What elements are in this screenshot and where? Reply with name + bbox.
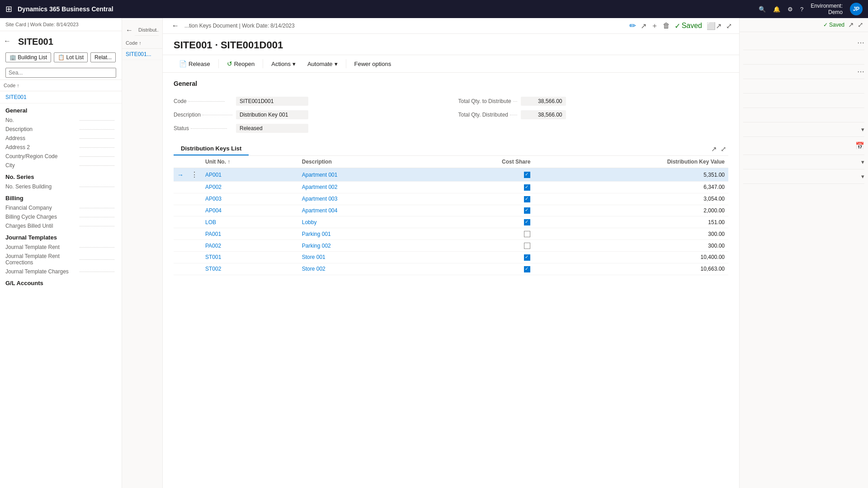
description-label: Description [174,112,201,118]
row-description[interactable]: Apartment 002 [298,182,427,193]
left-panel-list-item[interactable]: SITE001 [0,91,122,103]
lot-list-button[interactable]: 📋 Lot List [54,52,88,62]
row-unit-no[interactable]: AP004 [202,205,298,216]
cost-share-checkbox[interactable] [524,243,530,249]
status-value[interactable]: Released [236,124,308,133]
row-cost-share[interactable] [427,168,534,182]
row-context-menu[interactable] [187,263,202,275]
actions-button[interactable]: Actions ▾ [266,58,301,70]
reopen-button[interactable]: ↺ Reopen [222,58,260,70]
notification-icon[interactable]: 🔔 [773,6,780,13]
mid-list-item[interactable]: SITE001... [122,49,162,60]
right-open-external-icon[interactable]: ↗ [848,21,854,29]
open-external-icon[interactable]: ⬜↗ [707,22,722,30]
right-chevron-down-icon-2[interactable]: ▾ [861,159,864,165]
add-icon[interactable]: ＋ [651,21,658,31]
row-description[interactable]: Store 001 [298,251,427,263]
app-grid-icon[interactable]: ⊞ [5,4,12,14]
row-menu-icon[interactable]: ⋮ [191,171,198,178]
total-qty-distributed-value[interactable]: 38,566.00 [521,110,566,119]
delete-icon[interactable]: 🗑 [663,22,670,30]
cost-share-checkbox[interactable] [524,184,530,191]
list-expand-icon[interactable]: ⤢ [721,145,726,153]
action-separator-2 [263,59,263,68]
row-description[interactable]: Lobby [298,216,427,228]
cost-share-checkbox[interactable] [524,172,530,178]
user-avatar[interactable]: JP [850,3,863,15]
description-value[interactable]: Distribution Key 001 [236,110,308,119]
row-unit-no[interactable]: AP002 [202,182,298,193]
right-row-dots-3[interactable]: ⋯ [857,67,864,76]
row-cost-share[interactable] [427,228,534,240]
row-cost-share[interactable] [427,182,534,193]
cost-share-checkbox[interactable] [524,207,530,214]
row-cost-share[interactable] [427,263,534,275]
search-icon[interactable]: 🔍 [759,6,766,13]
right-expand-icon[interactable]: ⤢ [858,21,863,29]
mid-back-icon[interactable]: ← [126,26,133,34]
table-row: ST002Store 00210,663.00 [174,263,728,275]
right-calendar-icon[interactable]: 📅 [855,141,864,150]
left-panel-back-icon[interactable]: ← [4,37,11,45]
row-description[interactable]: Parking 002 [298,240,427,252]
row-context-menu[interactable] [187,216,202,228]
row-description[interactable]: Parking 001 [298,228,427,240]
row-unit-no[interactable]: LOB [202,216,298,228]
row-unit-no[interactable]: AP001 [202,168,298,182]
cost-share-checkbox[interactable] [524,254,530,261]
row-context-menu[interactable] [187,205,202,216]
right-empty-row-1: ⋯ [743,36,864,50]
total-qty-distribute-value[interactable]: 38,566.00 [521,97,566,106]
th-cost-share: Cost Share [427,156,534,168]
row-unit-no[interactable]: AP003 [202,193,298,205]
row-unit-no[interactable]: ST002 [202,263,298,275]
release-button[interactable]: 📄 Release [174,58,216,70]
related-button[interactable]: Relat... [90,52,116,62]
right-empty-row-4 [743,79,864,94]
row-cost-share[interactable] [427,251,534,263]
row-context-menu[interactable] [187,193,202,205]
row-cost-share[interactable] [427,240,534,252]
row-unit-no[interactable]: PA001 [202,228,298,240]
share-icon[interactable]: ↗ [641,22,646,30]
doc-back-icon[interactable]: ← [170,21,181,31]
distribution-keys-list-tab[interactable]: Distribution Keys List [174,142,249,155]
row-cost-share[interactable] [427,193,534,205]
row-description[interactable]: Apartment 003 [298,193,427,205]
expand-icon[interactable]: ⤢ [726,22,732,30]
left-field-description: Description [0,125,122,134]
right-row-dots-1[interactable]: ⋯ [857,38,864,47]
row-unit-no[interactable]: PA002 [202,240,298,252]
help-icon[interactable]: ? [800,6,803,13]
settings-icon[interactable]: ⚙ [788,6,793,13]
cost-share-checkbox[interactable] [524,196,530,202]
right-chevron-down-icon-3[interactable]: ▾ [861,173,864,180]
row-description[interactable]: Apartment 001 [298,168,427,182]
cost-share-checkbox[interactable] [524,219,530,225]
fewer-options-button[interactable]: Fewer options [349,58,397,70]
row-context-menu[interactable]: ⋮ [187,168,202,182]
code-value[interactable]: SITE001D001 [236,97,308,106]
list-open-external-icon[interactable]: ↗ [711,145,717,153]
building-list-button[interactable]: 🏢 Building List [5,52,51,62]
left-field-financial-company: Financial Company [0,203,122,212]
row-unit-no[interactable]: ST001 [202,251,298,263]
row-description[interactable]: Store 002 [298,263,427,275]
row-context-menu[interactable] [187,240,202,252]
row-cost-share[interactable] [427,205,534,216]
action-separator-3 [346,59,346,68]
edit-icon[interactable]: ✏ [629,21,636,31]
left-search-input[interactable] [5,68,116,78]
row-context-menu[interactable] [187,182,202,193]
cost-share-checkbox[interactable] [524,231,530,237]
row-description[interactable]: Apartment 004 [298,205,427,216]
left-field-no: No. [0,116,122,125]
automate-button[interactable]: Automate ▾ [302,58,343,70]
row-context-menu[interactable] [187,228,202,240]
automate-chevron-icon: ▾ [335,61,338,67]
table-row: AP002Apartment 0026,347.00 [174,182,728,193]
row-cost-share[interactable] [427,216,534,228]
row-context-menu[interactable] [187,251,202,263]
cost-share-checkbox[interactable] [524,266,530,272]
right-chevron-down-icon-1[interactable]: ▾ [861,126,864,133]
